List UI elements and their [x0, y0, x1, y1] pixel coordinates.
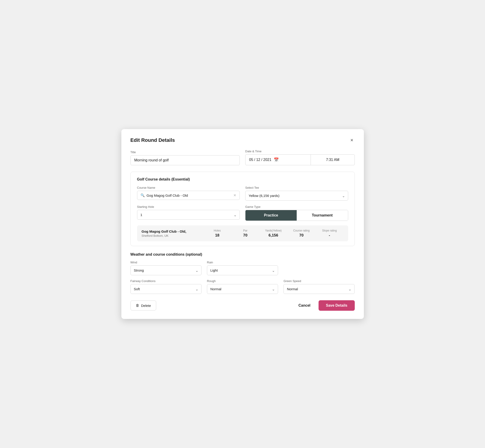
select-tee-dropdown[interactable]: Yellow (6,156 yards) White Red Blue [245, 191, 348, 200]
datetime-field-group: Date & Time 05 / 12 / 2021 📅 7:31 AM [245, 150, 355, 165]
course-name-input[interactable]: 🔍 ✕ [137, 191, 240, 200]
starting-hole-group: Starting Hole 12345 678910 ⌄ [137, 205, 240, 221]
par-label: Par [231, 229, 259, 232]
course-search-input[interactable] [147, 193, 232, 197]
starting-hole-label: Starting Hole [137, 205, 240, 208]
calendar-icon: 📅 [274, 157, 279, 162]
slope-rating-value: - [315, 233, 343, 238]
yards-value: 6,156 [259, 233, 287, 238]
fairway-label: Fairway Conditions [130, 279, 202, 283]
fairway-rough-green-row: Fairway Conditions SoftNormalFirmVery Fi… [130, 279, 355, 294]
holes-stat: Holes 18 [203, 229, 231, 238]
golf-course-title: Golf Course details (Essential) [137, 177, 348, 181]
yards-label: Yards(Yellow) [259, 229, 287, 232]
starting-hole-dropdown[interactable]: 12345 678910 [137, 210, 240, 220]
rough-group: Rough SoftNormalFirmVery Firm ⌄ [207, 279, 278, 294]
rain-group: Rain NoneLightModerateHeavy ⌄ [207, 261, 278, 275]
date-value: 05 / 12 / 2021 [249, 158, 271, 162]
holes-label: Holes [203, 229, 231, 232]
title-label: Title [130, 151, 240, 154]
fairway-wrap: SoftNormalFirmVery Firm ⌄ [130, 284, 202, 294]
course-rating-value: 70 [287, 233, 315, 238]
close-button[interactable]: × [349, 137, 355, 143]
filler-col [283, 261, 355, 275]
trash-icon: 🗑 [136, 304, 139, 308]
wind-dropdown[interactable]: NoneLightModerateStrong [130, 265, 202, 275]
datetime-inputs: 05 / 12 / 2021 📅 7:31 AM [245, 154, 355, 165]
delete-label: Delete [141, 304, 151, 308]
datetime-label: Date & Time [245, 150, 355, 153]
rain-wrap: NoneLightModerateHeavy ⌄ [207, 265, 278, 275]
course-name-group: Course Name 🔍 ✕ [137, 186, 240, 200]
course-info-name: Gog Magog Golf Club - Old, Shelford Bott… [142, 230, 203, 237]
title-field-group: Title [130, 151, 240, 165]
rain-dropdown[interactable]: NoneLightModerateHeavy [207, 265, 278, 275]
hole-gametype-row: Starting Hole 12345 678910 ⌄ Game Type P… [137, 205, 348, 221]
date-input[interactable]: 05 / 12 / 2021 📅 [245, 154, 311, 165]
green-speed-dropdown[interactable]: SlowNormalFastVery Fast [283, 284, 355, 294]
practice-button[interactable]: Practice [245, 210, 297, 221]
green-speed-wrap: SlowNormalFastVery Fast ⌄ [283, 284, 355, 294]
modal-title: Edit Round Details [130, 137, 175, 143]
slope-rating-label: Slope rating [315, 229, 343, 232]
course-info-row: Gog Magog Golf Club - Old, Shelford Bott… [137, 225, 348, 241]
game-type-toggle: Practice Tournament [245, 210, 348, 221]
rough-label: Rough [207, 279, 278, 283]
green-speed-label: Green Speed [283, 279, 355, 283]
wind-group: Wind NoneLightModerateStrong ⌄ [130, 261, 202, 275]
rain-label: Rain [207, 261, 278, 264]
rough-dropdown[interactable]: SoftNormalFirmVery Firm [207, 284, 278, 294]
footer-right: Cancel Save Details [295, 300, 355, 311]
select-tee-group: Select Tee Yellow (6,156 yards) White Re… [245, 186, 348, 200]
save-button[interactable]: Save Details [319, 300, 355, 311]
time-input[interactable]: 7:31 AM [311, 154, 355, 165]
wind-label: Wind [130, 261, 202, 264]
weather-section: Weather and course conditions (optional)… [130, 252, 355, 294]
wind-rain-row: Wind NoneLightModerateStrong ⌄ Rain None… [130, 261, 355, 275]
title-input[interactable] [130, 155, 240, 165]
fairway-dropdown[interactable]: SoftNormalFirmVery Firm [130, 284, 202, 294]
course-name-label: Course Name [137, 186, 240, 189]
yards-stat: Yards(Yellow) 6,156 [259, 229, 287, 238]
time-value: 7:31 AM [326, 158, 340, 162]
course-rating-stat: Course rating 70 [287, 229, 315, 238]
par-stat: Par 70 [231, 229, 259, 238]
tournament-button[interactable]: Tournament [297, 210, 348, 221]
green-speed-group: Green Speed SlowNormalFastVery Fast ⌄ [283, 279, 355, 294]
select-tee-label: Select Tee [245, 186, 348, 189]
clear-icon[interactable]: ✕ [233, 193, 236, 197]
course-rating-label: Course rating [287, 229, 315, 232]
course-info-title: Gog Magog Golf Club - Old, [142, 230, 203, 233]
fairway-group: Fairway Conditions SoftNormalFirmVery Fi… [130, 279, 202, 294]
game-type-label: Game Type [245, 205, 348, 208]
course-info-location: Shelford Bottom, UK [142, 234, 203, 237]
modal-header: Edit Round Details × [130, 137, 355, 143]
starting-hole-wrap: 12345 678910 ⌄ [137, 210, 240, 220]
weather-title: Weather and course conditions (optional) [130, 252, 355, 256]
delete-button[interactable]: 🗑 Delete [130, 301, 156, 311]
top-row: Title Date & Time 05 / 12 / 2021 📅 7:31 … [130, 150, 355, 165]
select-tee-wrap: Yellow (6,156 yards) White Red Blue ⌄ [245, 191, 348, 200]
search-icon: 🔍 [140, 193, 145, 197]
par-value: 70 [231, 233, 259, 238]
edit-round-modal: Edit Round Details × Title Date & Time 0… [121, 129, 364, 319]
slope-rating-stat: Slope rating - [315, 229, 343, 238]
footer-row: 🗑 Delete Cancel Save Details [130, 300, 355, 311]
rough-wrap: SoftNormalFirmVery Firm ⌄ [207, 284, 278, 294]
wind-wrap: NoneLightModerateStrong ⌄ [130, 265, 202, 275]
golf-course-section: Golf Course details (Essential) Course N… [130, 172, 355, 246]
cancel-button[interactable]: Cancel [295, 301, 314, 310]
game-type-group: Game Type Practice Tournament [245, 205, 348, 221]
holes-value: 18 [203, 233, 231, 238]
course-tee-row: Course Name 🔍 ✕ Select Tee Yellow (6,156… [137, 186, 348, 200]
